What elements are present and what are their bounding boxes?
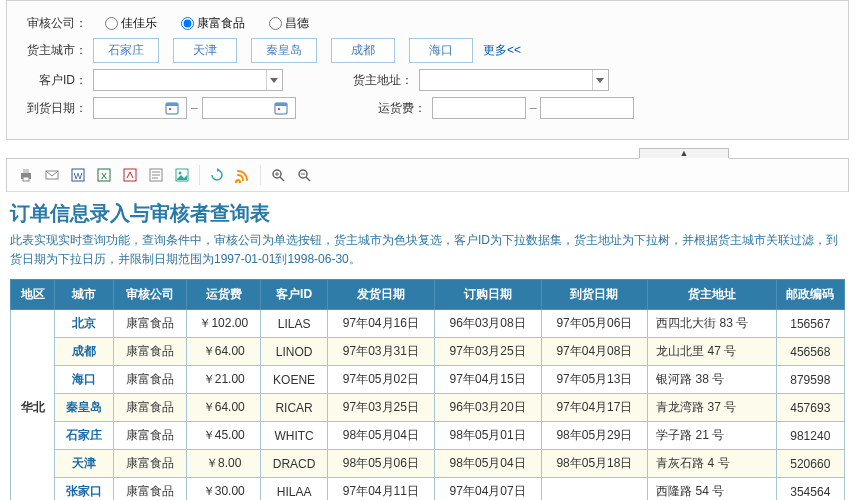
date-separator: –	[191, 101, 198, 115]
customer-cell: RICAR	[261, 394, 328, 422]
col-header-8: 货主地址	[648, 280, 776, 310]
svg-rect-14	[124, 169, 136, 181]
owner-addr-input[interactable]	[420, 70, 592, 90]
collapse-filter-handle[interactable]: ▲	[639, 148, 729, 159]
addr-cell: 青灰石路 4 号	[648, 450, 776, 478]
col-header-9: 邮政编码	[776, 280, 844, 310]
report-description: 此表实现实时查询功能，查询条件中，审核公司为单选按钮，货主城市为色块复选，客户I…	[10, 231, 845, 269]
ship-date-cell: 97年03月25日	[327, 394, 434, 422]
col-header-3: 运货费	[187, 280, 261, 310]
zip-cell: 457693	[776, 394, 844, 422]
svg-rect-1	[166, 103, 178, 106]
print-icon[interactable]	[13, 163, 39, 187]
svg-rect-8	[23, 177, 29, 181]
ship-date-cell: 97年05月02日	[327, 366, 434, 394]
city[interactable]: 天津	[55, 450, 114, 478]
city[interactable]: 北京	[55, 310, 114, 338]
city[interactable]: 石家庄	[55, 422, 114, 450]
date-to-input[interactable]	[202, 97, 296, 119]
svg-point-20	[179, 172, 182, 175]
report-title: 订单信息录入与审核者查询表	[10, 200, 845, 227]
city-label: 货主城市：	[17, 42, 87, 59]
mail-icon[interactable]	[39, 163, 65, 187]
zip-cell: 354564	[776, 478, 844, 500]
pdf-icon[interactable]	[117, 163, 143, 187]
city-chip-1[interactable]: 天津	[173, 38, 237, 63]
company-radio-label: 昌德	[285, 16, 309, 30]
freight-cell: ￥64.00	[187, 338, 261, 366]
date-from-input[interactable]	[93, 97, 187, 119]
company-radio-0[interactable]	[105, 17, 118, 30]
company-radio-2[interactable]	[269, 17, 282, 30]
company-cell: 康富食品	[114, 366, 187, 394]
order-date-cell: 96年03月08日	[434, 310, 541, 338]
company-cell: 康富食品	[114, 450, 187, 478]
calendar-icon[interactable]	[162, 98, 182, 118]
excel-icon[interactable]: X	[91, 163, 117, 187]
zip-cell: 520660	[776, 450, 844, 478]
city-chip-3[interactable]: 成都	[331, 38, 395, 63]
svg-text:W: W	[74, 171, 83, 181]
more-cities-link[interactable]: 更多<<	[483, 42, 521, 59]
company-cell: 康富食品	[114, 422, 187, 450]
order-date-cell: 97年03月25日	[434, 338, 541, 366]
customer-cell: LILAS	[261, 310, 328, 338]
company-radio-1[interactable]	[181, 17, 194, 30]
chevron-down-icon[interactable]	[592, 70, 608, 90]
customer-id-input[interactable]	[94, 70, 266, 90]
company-cell: 康富食品	[114, 338, 187, 366]
refresh-icon[interactable]	[204, 163, 230, 187]
arrive-date-cell	[541, 478, 648, 500]
svg-rect-7	[23, 169, 29, 173]
owner-addr-label: 货主地址：	[343, 72, 413, 89]
ship-date-cell: 97年04月16日	[327, 310, 434, 338]
region-cell: 华北	[11, 310, 55, 500]
rss-icon[interactable]	[230, 163, 256, 187]
col-header-5: 发货日期	[327, 280, 434, 310]
city[interactable]: 张家口	[55, 478, 114, 500]
arrival-date-label: 到货日期：	[17, 100, 87, 117]
chevron-down-icon[interactable]	[266, 70, 282, 90]
arrive-date-cell: 97年05月13日	[541, 366, 648, 394]
image-icon[interactable]	[169, 163, 195, 187]
zoom-out-icon[interactable]	[291, 163, 317, 187]
svg-rect-5	[278, 108, 280, 110]
calendar-icon[interactable]	[271, 98, 291, 118]
company-cell: 康富食品	[114, 394, 187, 422]
text-icon[interactable]	[143, 163, 169, 187]
report-toolbar: WX	[6, 158, 849, 192]
zip-cell: 981240	[776, 422, 844, 450]
zoom-in-icon[interactable]	[265, 163, 291, 187]
addr-cell: 青龙湾路 37 号	[648, 394, 776, 422]
city-chip-0[interactable]: 石家庄	[93, 38, 159, 63]
svg-text:X: X	[101, 171, 107, 181]
company-radio-label: 佳佳乐	[121, 16, 157, 30]
order-date-cell: 98年05月01日	[434, 422, 541, 450]
customer-id-combo[interactable]	[93, 69, 283, 91]
svg-line-22	[280, 177, 284, 181]
owner-addr-combo[interactable]	[419, 69, 609, 91]
zip-cell: 156567	[776, 310, 844, 338]
addr-cell: 龙山北里 47 号	[648, 338, 776, 366]
city-chip-2[interactable]: 秦皇岛	[251, 38, 317, 63]
freight-from-input[interactable]	[432, 97, 526, 119]
customer-cell: KOENE	[261, 366, 328, 394]
col-header-2: 审核公司	[114, 280, 187, 310]
company-cell: 康富食品	[114, 478, 187, 500]
customer-cell: WHITC	[261, 422, 328, 450]
arrive-date-cell: 97年04月08日	[541, 338, 648, 366]
arrive-date-cell: 98年05月18日	[541, 450, 648, 478]
word-icon[interactable]: W	[65, 163, 91, 187]
table-row: 海口康富食品￥21.00KOENE97年05月02日97年04月15日97年05…	[11, 366, 845, 394]
svg-line-26	[306, 177, 310, 181]
city-chip-4[interactable]: 海口	[409, 38, 473, 63]
order-date-cell: 96年03月20日	[434, 394, 541, 422]
city[interactable]: 成都	[55, 338, 114, 366]
arrive-date-cell: 98年05月29日	[541, 422, 648, 450]
zip-cell: 879598	[776, 366, 844, 394]
freight-label: 运货费：	[356, 100, 426, 117]
freight-to-input[interactable]	[540, 97, 634, 119]
freight-cell: ￥21.00	[187, 366, 261, 394]
city[interactable]: 海口	[55, 366, 114, 394]
city[interactable]: 秦皇岛	[55, 394, 114, 422]
